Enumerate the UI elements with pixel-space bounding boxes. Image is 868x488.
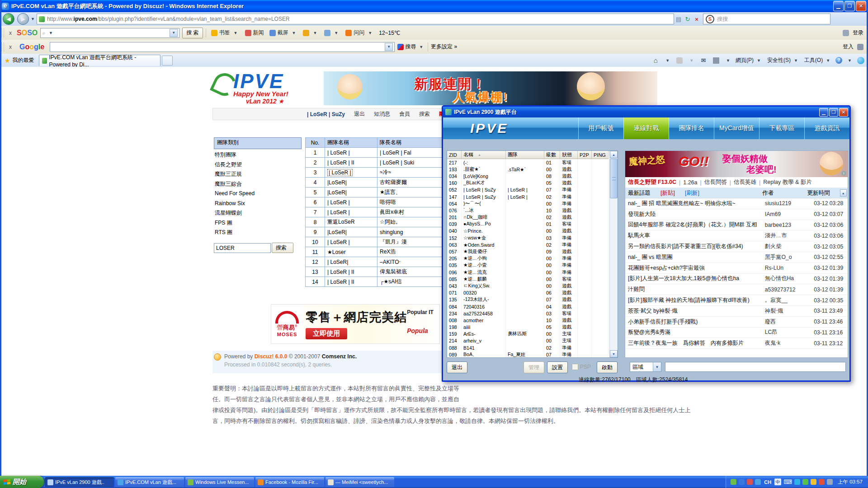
player-row[interactable]: 0710032006遊戲	[447, 290, 618, 296]
vlan-tab-用戶帳號[interactable]: 用戶帳號	[578, 117, 623, 139]
team-name[interactable]: | LoSeR |	[325, 197, 377, 207]
forum-row[interactable]: 三年前後？夜鬼一族 爲你解答 內有多條影片夜鬼‧k03-11 23:12	[625, 338, 848, 349]
dropdown-icon[interactable]: ▼	[292, 31, 296, 35]
team-leader[interactable]: 『凱月』淒	[377, 237, 443, 247]
nav-link-會員[interactable]: 會員	[399, 110, 410, 118]
team-search-button[interactable]: 搜索	[272, 243, 293, 253]
ad-cta-button[interactable]: 立即使用	[306, 328, 347, 339]
task-window-icon[interactable]: IPvE vLan 2900 遊戲..	[45, 477, 114, 487]
team-name[interactable]: | LoSeR |	[325, 148, 377, 158]
player-row[interactable]: 152☆wsw★金03準備	[447, 235, 618, 241]
task-msn-icon[interactable]: Windows Live Messen...	[185, 477, 254, 487]
forum-row[interactable]: [影片]人生第一次18大加大,1殺5@無心情也ha無心情也Ha03-12 01:…	[625, 274, 848, 285]
player-row[interactable]: 234aa27522445803客場	[447, 310, 618, 317]
player-row[interactable]: 160_BLacK才05遊戲	[447, 180, 618, 187]
sidebar-item[interactable]: 流星蝴蝶劍	[215, 208, 296, 218]
exit-button[interactable]: 退出	[447, 361, 467, 373]
team-leader[interactable]: ReX浩	[377, 247, 443, 257]
forum-row[interactable]: 叛變@光秀&秀滿LC昂03-11 23:16	[625, 328, 848, 338]
google-combo-dropdown-icon[interactable]: ▼	[385, 43, 393, 51]
forum-row[interactable]: 回饋4年服部界 確定2名(好蘋果)（花文.）開M群 互相barbee12303-…	[625, 220, 848, 231]
google-search-input[interactable]: ▼	[50, 42, 395, 52]
star-circle-icon-button[interactable]: ▼	[301, 28, 321, 38]
team-name[interactable]: ★Loser	[325, 247, 377, 257]
team-leader[interactable]: 唔得唔	[377, 197, 443, 207]
player-col-header[interactable]: 團隊	[506, 151, 544, 159]
vlan-tab-下載專區[interactable]: 下載專區	[759, 117, 804, 139]
team-leader[interactable]: ┌★sAI信	[377, 277, 443, 287]
forum-row[interactable]: [影片]服部半藏 神拉的天地(請神服睇下有d咩改善)。寂寞__03-12 00:…	[625, 295, 848, 306]
chat-input[interactable]	[665, 362, 846, 372]
toolbar-grip[interactable]	[1, 42, 4, 52]
alert-icon[interactable]	[819, 479, 825, 485]
favorites-label[interactable]: 我的最愛	[13, 56, 34, 64]
select-dropdown-icon[interactable]: ▼	[653, 362, 661, 371]
forum-row[interactable]: 花團雞哥+esp占+ckh?宇宙最強Rs-LUn03-12 01:39	[625, 263, 848, 274]
forum-refresh-link[interactable]: [刷新]	[685, 189, 699, 197]
vlan-tab-連線對戰[interactable]: 連線對戰	[623, 117, 669, 139]
player-row[interactable]: 214arheiv_v00主場	[447, 338, 618, 344]
ad-banner-mid[interactable]: 營商易® MOSES 零售＋網店完美結 立即使用 Popular IT Popu…	[271, 304, 440, 344]
team-leader[interactable]: 眞田x幸村	[377, 207, 443, 217]
cmd-工具(O)[interactable]: 工具(O)▼	[804, 56, 832, 64]
cmd-安全性(S)[interactable]: 安全性(S)▼	[767, 56, 800, 64]
soso-search-input[interactable]: ⌕▼ ▼	[40, 28, 179, 38]
task-chat-icon[interactable]: --- MeiMei <sweetlych...	[326, 477, 394, 487]
skype-tray-icon[interactable]	[794, 479, 800, 485]
toolbar-截屏-button[interactable]: 截屏▼	[267, 28, 300, 38]
vlan-tab-團隊排名[interactable]: 團隊排名	[669, 117, 714, 139]
help-icon[interactable]: ?	[835, 57, 842, 64]
start-button[interactable]: 啟動	[597, 361, 618, 373]
history-dropdown-icon[interactable]: ▼	[31, 17, 35, 21]
player-row[interactable]: 076`...冰10遊戲	[447, 207, 618, 214]
vlan-close-button[interactable]: ✕	[839, 108, 848, 117]
team-name[interactable]: | LoSeR | II	[325, 277, 377, 287]
player-row[interactable]: 039●AbysS﹏Po01客場	[447, 221, 618, 228]
team-leader[interactable]: | LoSeR | Fal	[377, 148, 443, 158]
game-link[interactable]: Replay 教學 & 影片	[763, 178, 812, 186]
player-row[interactable]: 217(-:01客場	[447, 159, 618, 166]
settings-button[interactable]: 設置	[547, 361, 568, 373]
google-login-link[interactable]: 登入	[843, 43, 854, 51]
team-name[interactable]: | LoSeR | II	[325, 267, 377, 277]
toolbar-新闻-button[interactable]: 新闻	[243, 28, 266, 38]
browser-tab[interactable]: IPvE.COM vLan 遊戲平台網吧系統 - Powered by Di..…	[39, 55, 160, 66]
ad-banner-top[interactable]: 新服連開！ 人氣爆棚!	[324, 71, 657, 105]
team-name[interactable]: 重返LoSeR	[325, 217, 377, 227]
team-leader[interactable]: ★謊言、	[377, 188, 443, 197]
team-leader[interactable]: 古蛇薩麥爾	[377, 178, 443, 188]
network-icon[interactable]	[755, 479, 761, 485]
dropdown-icon[interactable]: ▼	[234, 31, 238, 35]
game-link[interactable]: 1.26a	[683, 179, 697, 186]
dropdown-icon[interactable]: ▼	[313, 31, 317, 35]
scroll-down-icon[interactable]: ▼	[610, 350, 618, 357]
player-row[interactable]: 057★我是傻仔09遊戲	[447, 248, 618, 255]
region-select[interactable]: 區域 ▼	[630, 362, 661, 372]
start-button[interactable]: 開始	[0, 476, 44, 488]
sidebar-item[interactable]: FPS 團	[215, 218, 296, 228]
forum-row[interactable]: 馱馬火車淺井﹏市03-12 03:06	[625, 230, 848, 241]
player-row[interactable]: 085★逆﹏麒麟00客場	[447, 276, 618, 282]
player-row[interactable]: 088B14102準備	[447, 344, 618, 351]
msn-tray-icon[interactable]	[731, 479, 736, 485]
google-more-settings[interactable]: 更多設定 »	[431, 43, 457, 51]
shield-icon[interactable]	[811, 479, 816, 485]
player-row[interactable]: 0847204031604遊戲	[447, 303, 618, 310]
player-row[interactable]: 040☆Prince.00遊戲	[447, 228, 618, 235]
sidebar-item[interactable]: 魔獸三正規	[215, 169, 296, 179]
team-name[interactable]: |LoSeR|	[325, 188, 377, 197]
forum-row[interactable]: nal-_ 團 vs 暗黑團黑手黨O_o03-12 02:55	[625, 252, 848, 263]
team-name[interactable]: | LoSeR |	[325, 237, 377, 247]
player-row[interactable]: 052| LoSeR | SuZy| LoSeR |07準備	[447, 187, 618, 193]
team-leader[interactable]: –AKITO‧	[377, 257, 443, 267]
player-row[interactable]: 089BoA、Fa_夏娃07準備	[447, 351, 618, 358]
player-row[interactable]: 063★Oden.Sward02準備	[447, 241, 618, 248]
team-search-input[interactable]	[214, 243, 271, 253]
keyboard-icon[interactable]: ⌨	[783, 479, 792, 485]
forum-scroll-up-icon[interactable]: ▲	[840, 189, 847, 197]
game-link[interactable]: 信長之野望 F13.0C	[628, 178, 676, 186]
comsenz-link[interactable]: Comsenz Inc.	[322, 353, 357, 360]
soso-close-button[interactable]: x	[7, 30, 14, 36]
forum-row[interactable]: 小弟新手信長打新手(手殘戰)廢西03-11 23:46	[625, 317, 848, 328]
scroll-thumb[interactable]	[610, 159, 618, 198]
